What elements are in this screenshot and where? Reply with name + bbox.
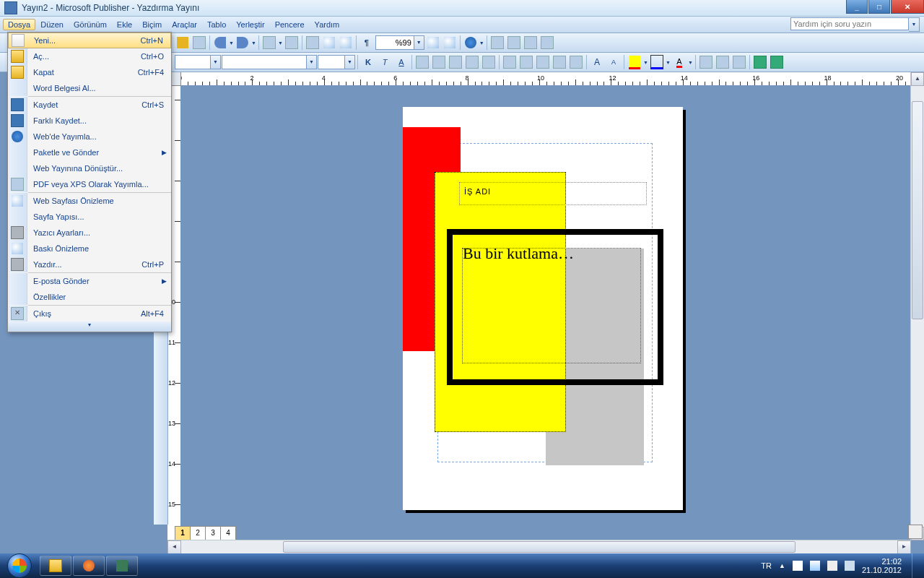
maximize-button[interactable]: □ xyxy=(868,0,890,14)
italic-button[interactable]: T xyxy=(377,54,393,70)
zoom-out-button[interactable] xyxy=(321,35,337,51)
menu-ekle[interactable]: Ekle xyxy=(112,19,137,30)
font-input[interactable] xyxy=(222,56,306,68)
file-menu-item[interactable]: Yeni...Ctrl+N xyxy=(8,33,171,48)
3d-button[interactable] xyxy=(769,54,785,70)
file-menu-item[interactable]: Yazdır...Ctrl+P xyxy=(8,256,171,272)
file-menu-item[interactable]: KapatCtrl+F4 xyxy=(8,64,171,80)
show-desktop-button[interactable] xyxy=(912,553,920,578)
zoom-minus-button[interactable] xyxy=(425,35,441,51)
redo-button[interactable] xyxy=(235,35,250,51)
page-tab-4[interactable]: 4 xyxy=(220,526,236,540)
business-name-textbox[interactable]: İŞ ADI xyxy=(459,182,647,205)
zoom-combo[interactable]: ▼ xyxy=(375,35,424,50)
minimize-button[interactable]: _ xyxy=(846,0,868,14)
taskbar-explorer[interactable] xyxy=(40,556,71,576)
show-para-button[interactable]: ¶ xyxy=(359,35,375,51)
menu-gorunum[interactable]: Görünüm xyxy=(69,19,112,30)
columns-button[interactable] xyxy=(284,35,300,51)
file-menu-item[interactable]: Web Sayfası Önizleme xyxy=(8,193,171,209)
scroll-right-button[interactable]: ► xyxy=(897,540,911,553)
help-search-input[interactable] xyxy=(790,17,909,30)
dec-font-button[interactable]: A xyxy=(606,54,622,70)
file-menu-item[interactable]: Özellikler xyxy=(8,289,171,305)
taskbar-publisher[interactable] xyxy=(106,556,138,576)
file-menu-item[interactable]: ✕ÇıkışAlt+F4 xyxy=(8,306,171,322)
menu-yerlestir[interactable]: Yerleştir xyxy=(231,19,269,30)
clock[interactable]: 21:02 21.10.2012 xyxy=(862,557,902,574)
dash-style-button[interactable] xyxy=(715,54,731,70)
shadow-button[interactable] xyxy=(752,54,768,70)
network-icon[interactable] xyxy=(810,561,820,571)
font-color-button[interactable]: A xyxy=(671,54,687,70)
celebration-textbox[interactable] xyxy=(462,248,641,363)
arrow-style-button[interactable] xyxy=(731,54,747,70)
linespace1-button[interactable] xyxy=(502,54,518,70)
menu-yardim[interactable]: Yardım xyxy=(310,19,345,30)
file-menu-item[interactable]: Paketle ve Gönder▶ xyxy=(8,144,171,160)
bold-button[interactable]: K xyxy=(360,54,376,70)
line-color-button[interactable] xyxy=(649,54,665,70)
hscroll-thumb[interactable] xyxy=(283,541,796,553)
menu-bicim[interactable]: Biçim xyxy=(137,19,167,30)
language-indicator[interactable]: TR xyxy=(761,561,772,570)
bullets-button[interactable] xyxy=(518,54,534,70)
object-position-button[interactable] xyxy=(908,525,923,539)
file-menu-item[interactable]: Farklı Kaydet... xyxy=(8,113,171,129)
menu-pencere[interactable]: Pencere xyxy=(270,19,310,30)
volume-icon[interactable] xyxy=(827,561,837,571)
align-left-button[interactable] xyxy=(414,54,430,70)
file-menu-item[interactable]: PDF veya XPS Olarak Yayımla... xyxy=(8,176,171,192)
font-combo[interactable]: ▼ xyxy=(222,55,317,69)
file-menu-item[interactable]: Word Belgesi Al... xyxy=(8,80,171,96)
file-menu-item[interactable]: Sayfa Yapısı... xyxy=(8,209,171,225)
align-center-button[interactable] xyxy=(431,54,447,70)
underline-button[interactable]: A xyxy=(393,54,409,70)
battery-icon[interactable] xyxy=(845,561,855,571)
dec-indent-button[interactable] xyxy=(552,54,567,70)
start-button[interactable] xyxy=(0,553,39,578)
align-right-button[interactable] xyxy=(448,54,463,70)
fontsize-input[interactable] xyxy=(318,56,344,68)
zoom-dropdown-icon[interactable]: ▼ xyxy=(414,36,424,49)
inc-indent-button[interactable] xyxy=(568,54,584,70)
scroll-left-button[interactable]: ◄ xyxy=(167,540,181,553)
extra3-button[interactable] xyxy=(523,35,539,51)
distribute-button[interactable] xyxy=(481,54,497,70)
fill-color-button[interactable] xyxy=(627,54,642,70)
undo-button[interactable] xyxy=(212,35,228,51)
zoom-input[interactable] xyxy=(376,37,414,48)
line-style-button[interactable] xyxy=(698,54,714,70)
page-tab-2[interactable]: 2 xyxy=(190,526,206,540)
file-menu-item[interactable]: Baskı Önizleme xyxy=(8,241,171,256)
align-justify-button[interactable] xyxy=(464,54,480,70)
extra1-button[interactable] xyxy=(489,35,505,51)
horizontal-scrollbar[interactable]: ◄ ► xyxy=(167,540,911,553)
file-menu-item[interactable]: Web'de Yayımla... xyxy=(8,129,171,144)
page-tab-1[interactable]: 1 xyxy=(175,526,191,540)
menu-tablo[interactable]: Tablo xyxy=(202,19,231,30)
menu-duzen[interactable]: Düzen xyxy=(35,19,69,30)
file-menu-item[interactable]: Aç...Ctrl+O xyxy=(8,48,171,64)
taskbar-firefox[interactable] xyxy=(73,556,105,576)
file-menu-item[interactable]: KaydetCtrl+S xyxy=(8,97,171,113)
help-button[interactable] xyxy=(463,35,479,51)
vscroll-thumb[interactable] xyxy=(912,101,923,319)
inc-font-button[interactable]: A xyxy=(589,54,605,70)
style-input[interactable] xyxy=(175,56,210,68)
expand-menu-button[interactable]: ▾ xyxy=(8,322,171,332)
zoom-plus-button[interactable] xyxy=(442,35,458,51)
canvas-area[interactable]: İŞ ADI Bu bir kutlama… xyxy=(180,85,911,553)
file-menu-item[interactable]: E-posta Gönder▶ xyxy=(8,273,171,289)
fontsize-combo[interactable]: ▼ xyxy=(318,55,355,69)
paste-button[interactable] xyxy=(175,35,191,51)
file-menu-item[interactable]: Yazıcı Ayarları... xyxy=(8,225,171,241)
close-button[interactable]: ✕ xyxy=(891,0,924,14)
menu-araclar[interactable]: Araçlar xyxy=(167,19,202,30)
extra2-button[interactable] xyxy=(506,35,522,51)
numbering-button[interactable] xyxy=(535,54,551,70)
action-center-icon[interactable] xyxy=(793,561,803,571)
zoom-in-button[interactable] xyxy=(338,35,354,51)
menu-dosya[interactable]: Dosya xyxy=(3,19,35,30)
extra4-button[interactable] xyxy=(539,35,555,51)
